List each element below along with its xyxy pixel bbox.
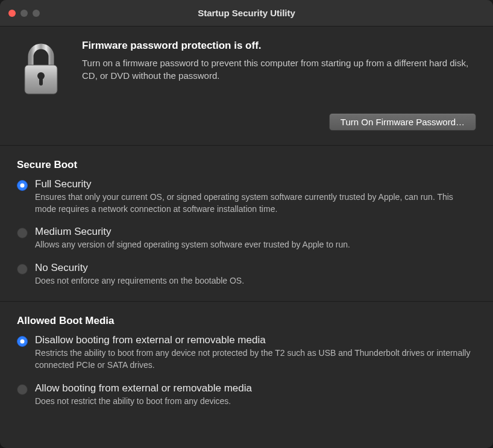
radio-description: Ensures that only your current OS, or si… [35,191,476,215]
svg-rect-2 [39,77,43,86]
traffic-lights [0,10,40,17]
radio-indicator [17,264,28,275]
radio-label: Allow booting from external or removable… [35,382,476,394]
radio-label: Disallow booting from external or remova… [35,334,476,346]
radio-description: Does not restrict the ability to boot fr… [35,396,476,408]
radio-label: No Security [35,262,476,274]
radio-label: Medium Security [35,226,476,238]
radio-no-security[interactable]: No Security Does not enforce any require… [17,262,476,287]
zoom-button[interactable] [33,10,40,17]
radio-description: Allows any version of signed operating s… [35,239,476,251]
radio-indicator [17,180,28,191]
radio-allow-external[interactable]: Allow booting from external or removable… [17,382,476,408]
radio-description: Restricts the ability to boot from any d… [35,347,476,371]
window-title: Startup Security Utility [0,8,493,18]
radio-indicator [17,336,28,347]
turn-on-firmware-password-button[interactable]: Turn On Firmware Password… [329,113,476,131]
secure-boot-heading: Secure Boot [17,159,476,171]
window-frame: Startup Security Utility [0,0,493,448]
firmware-section: Firmware password protection is off. Tur… [0,26,493,146]
firmware-heading: Firmware password protection is off. [82,40,476,52]
close-button[interactable] [8,10,16,17]
radio-label: Full Security [35,178,476,190]
radio-description: Does not enforce any requirements on the… [35,275,476,287]
minimize-button[interactable] [20,10,28,17]
titlebar: Startup Security Utility [0,0,493,26]
boot-media-section: Allowed Boot Media Disallow booting from… [0,302,493,422]
radio-full-security[interactable]: Full Security Ensures that only your cur… [17,178,476,215]
secure-boot-section: Secure Boot Full Security Ensures that o… [0,146,493,302]
firmware-description: Turn on a firmware password to prevent t… [82,57,476,82]
content-area: Firmware password protection is off. Tur… [0,26,493,448]
radio-indicator [17,228,28,238]
radio-medium-security[interactable]: Medium Security Allows any version of si… [17,226,476,251]
boot-media-heading: Allowed Boot Media [17,315,476,327]
radio-disallow-external[interactable]: Disallow booting from external or remova… [17,334,476,371]
radio-indicator [17,384,28,395]
lock-icon [17,40,65,96]
